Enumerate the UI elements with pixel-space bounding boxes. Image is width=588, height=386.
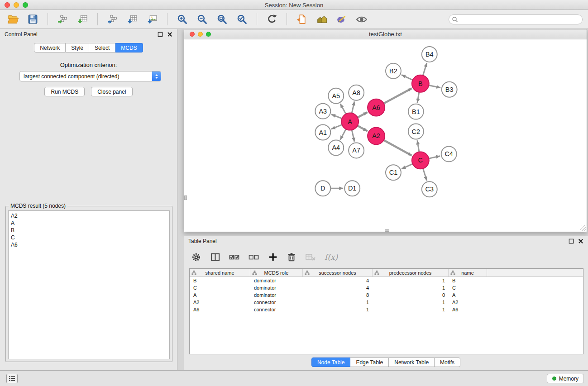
tab-select[interactable]: Select xyxy=(89,43,115,52)
minimize-view-button[interactable] xyxy=(198,32,203,37)
node-A5[interactable]: A5 xyxy=(328,88,344,104)
table-cell: 1 xyxy=(373,306,449,313)
network-window-title: testGlobe.txt xyxy=(184,29,587,39)
node-C[interactable]: C xyxy=(412,152,429,169)
open-file-button[interactable] xyxy=(5,12,21,27)
table-row[interactable]: Bdominator41B xyxy=(190,277,583,284)
toolbar-separator xyxy=(97,13,98,25)
table-toolbar: f(x) xyxy=(184,247,588,267)
column-header-predecessor-nodes[interactable]: predecessor nodes xyxy=(373,269,449,276)
save-session-button[interactable] xyxy=(24,12,41,27)
homes-icon xyxy=(316,14,328,25)
mcds-result-item[interactable]: B xyxy=(11,227,167,234)
node-A6[interactable]: A6 xyxy=(368,99,385,116)
node-A2[interactable]: A2 xyxy=(368,128,385,145)
annotation-button[interactable] xyxy=(333,12,350,27)
table-row[interactable]: A6connector11A6 xyxy=(190,306,583,313)
table-cell: A6 xyxy=(449,306,487,313)
zoom-out-button[interactable] xyxy=(194,12,210,27)
node-D[interactable]: D xyxy=(315,181,330,196)
select-all-icon[interactable] xyxy=(229,252,240,262)
refresh-layout-button[interactable] xyxy=(263,12,280,27)
unselect-all-icon[interactable] xyxy=(249,252,259,262)
tab-mcds[interactable]: MCDS xyxy=(115,43,143,52)
close-panel-icon[interactable] xyxy=(167,32,172,37)
node-C2[interactable]: C2 xyxy=(408,124,424,139)
network-view-window: testGlobe.txt B4B2BB3A5A8A6A3B1AA1C2A2A4… xyxy=(184,29,587,232)
horizontal-scroll-thumb[interactable] xyxy=(385,229,389,232)
svg-text:B1: B1 xyxy=(412,108,420,115)
close-view-button[interactable] xyxy=(190,32,195,37)
node-C4[interactable]: C4 xyxy=(441,146,457,162)
column-header-name[interactable]: name xyxy=(449,269,487,276)
task-history-button[interactable] xyxy=(6,374,18,383)
close-panel-icon[interactable] xyxy=(578,238,583,244)
mcds-result-list[interactable]: A2ABCA6 xyxy=(8,210,170,359)
tab-network-table[interactable]: Network Table xyxy=(389,357,435,367)
zoom-in-button[interactable] xyxy=(174,12,191,27)
zoom-fit-button[interactable] xyxy=(214,12,230,27)
tab-edge-table[interactable]: Edge Table xyxy=(350,357,389,367)
node-A[interactable]: A xyxy=(341,113,359,130)
node-B[interactable]: B xyxy=(412,75,429,92)
column-header-shared-name[interactable]: shared name xyxy=(190,269,250,276)
mcds-result-item[interactable]: A2 xyxy=(11,212,167,219)
node-C3[interactable]: C3 xyxy=(422,181,437,197)
node-B3[interactable]: B3 xyxy=(442,82,457,97)
table-cell: A2 xyxy=(190,299,250,306)
export-network-button[interactable] xyxy=(104,12,121,27)
tab-style[interactable]: Style xyxy=(66,43,89,52)
float-panel-icon[interactable] xyxy=(569,238,574,244)
mcds-result-item[interactable]: A6 xyxy=(11,241,167,248)
show-columns-icon[interactable] xyxy=(210,252,220,262)
node-A4[interactable]: A4 xyxy=(328,140,344,155)
gear-icon[interactable] xyxy=(191,252,201,262)
add-column-icon[interactable] xyxy=(268,252,278,262)
node-D1[interactable]: D1 xyxy=(344,181,360,196)
show-graphics-details-button[interactable] xyxy=(353,12,370,27)
zoom-selected-button[interactable] xyxy=(234,12,250,27)
home-button[interactable] xyxy=(313,12,330,27)
table-row[interactable]: A2connector11A2 xyxy=(190,299,583,306)
tab-node-table[interactable]: Node Table xyxy=(311,357,351,367)
mcds-result-item[interactable]: C xyxy=(11,234,167,241)
node-B1[interactable]: B1 xyxy=(408,104,424,119)
node-A7[interactable]: A7 xyxy=(349,143,364,158)
function-builder-icon: f(x) xyxy=(325,253,338,262)
export-image-button[interactable] xyxy=(144,12,161,27)
table-row[interactable]: Cdominator41C xyxy=(190,284,583,291)
table-panel-header: Table Panel xyxy=(184,236,588,247)
node-C1[interactable]: C1 xyxy=(386,165,401,180)
node-B2[interactable]: B2 xyxy=(386,63,401,79)
import-document-button[interactable] xyxy=(293,12,310,27)
vertical-scroll-thumb[interactable] xyxy=(184,195,187,200)
column-header-successor-nodes[interactable]: successor nodes xyxy=(303,269,373,276)
memory-button[interactable]: Memory xyxy=(547,374,584,383)
export-table-button[interactable] xyxy=(124,12,141,27)
table-row[interactable]: Adominator80A xyxy=(190,291,583,299)
table-panel-title: Table Panel xyxy=(188,238,217,244)
float-panel-icon[interactable] xyxy=(158,32,163,37)
refresh-icon xyxy=(266,14,277,25)
trash-icon[interactable] xyxy=(287,252,296,262)
node-A3[interactable]: A3 xyxy=(315,104,330,119)
zoom-view-button[interactable] xyxy=(206,32,211,37)
column-header-MCDS-role[interactable]: MCDS role xyxy=(250,269,303,276)
node-A8[interactable]: A8 xyxy=(349,85,364,100)
node-B4[interactable]: B4 xyxy=(422,47,437,62)
node-A1[interactable]: A1 xyxy=(315,125,330,140)
network-canvas[interactable]: B4B2BB3A5A8A6A3B1AA1C2A2A4A7C4CC1C3DD1 xyxy=(184,39,587,232)
import-table-button[interactable] xyxy=(74,12,91,27)
table-cell: 1 xyxy=(303,299,373,306)
mcds-result-item[interactable]: A xyxy=(11,219,167,227)
run-mcds-button[interactable]: Run MCDS xyxy=(44,87,85,96)
tab-network[interactable]: Network xyxy=(34,43,66,52)
close-panel-button[interactable]: Close panel xyxy=(91,87,132,96)
import-network-button[interactable] xyxy=(54,12,71,27)
table-header-row: shared nameMCDS rolesuccessor nodesprede… xyxy=(190,269,583,277)
resize-grip[interactable] xyxy=(580,225,586,231)
optimization-criterion-dropdown[interactable]: largest connected component (directed) xyxy=(19,71,161,81)
search-icon xyxy=(452,16,458,23)
tab-motifs[interactable]: Motifs xyxy=(435,357,460,367)
search-input[interactable] xyxy=(449,14,583,24)
